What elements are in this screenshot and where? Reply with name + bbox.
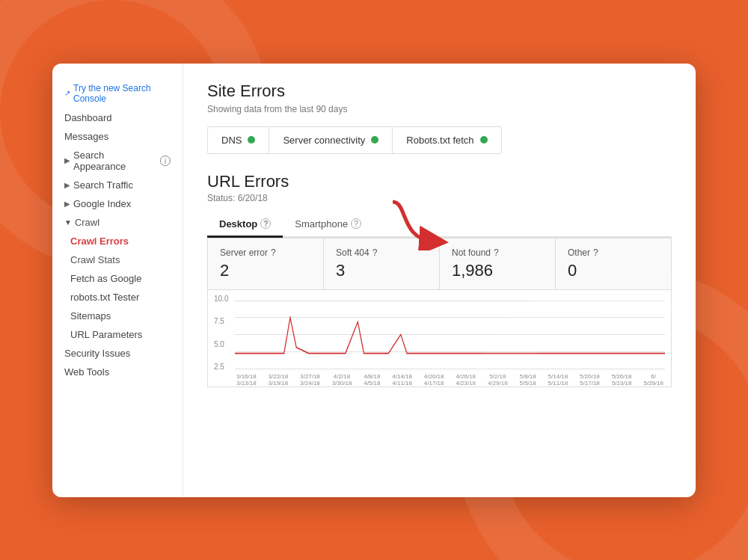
stat-other[interactable]: Other ? 0: [556, 239, 671, 289]
site-errors-row: DNS Server connectivity Robots.txt fetch: [207, 126, 672, 154]
other-help-icon[interactable]: ?: [593, 247, 598, 258]
chart-area: 10.0 7.5 5.0 2.5: [207, 290, 672, 387]
stat-server-error-label: Server error ?: [220, 247, 311, 258]
sidebar-item-search-appearance[interactable]: ▶ Search Appearance i: [52, 146, 183, 176]
tab-smartphone[interactable]: Smartphone ?: [283, 212, 373, 238]
server-connectivity-label: Server connectivity: [283, 135, 365, 146]
tab-desktop-label: Desktop: [219, 218, 257, 230]
y-label-2-5: 2.5: [214, 363, 228, 371]
main-content: Site Errors Showing data from the last 9…: [183, 64, 696, 497]
x-label-14: 6/ 5/29/18: [643, 373, 663, 387]
stats-row: Server error ? 2 Soft 404 ? 3 Not found …: [207, 238, 672, 290]
stat-soft-404[interactable]: Soft 404 ? 3: [324, 239, 440, 289]
grid-line-5: [235, 369, 665, 369]
external-link-icon: ↗: [64, 89, 70, 97]
x-label-3: 3/27/18 3/24/18: [300, 373, 320, 387]
x-label-1: 3/16/18 3/13/18: [236, 373, 257, 387]
y-label-5: 5.0: [214, 340, 228, 348]
sidebar-item-messages[interactable]: Messages: [52, 127, 183, 146]
tab-smartphone-label: Smartphone: [295, 218, 348, 230]
x-label-10: 5/8/18 5/5/18: [519, 373, 536, 387]
sidebar-new-console-link[interactable]: ↗ Try the new Search Console: [52, 79, 183, 108]
expand-arrow-icon: ▶: [64, 181, 70, 189]
sidebar-item-robots-txt-tester[interactable]: robots.txt Tester: [52, 288, 183, 307]
stat-soft-404-value: 3: [336, 261, 427, 280]
x-label-7: 4/20/18 4/17/18: [424, 373, 444, 387]
y-label-7-5: 7.5: [214, 317, 228, 325]
site-error-server-connectivity[interactable]: Server connectivity: [269, 126, 392, 154]
site-error-robots-txt-fetch[interactable]: Robots.txt fetch: [392, 126, 501, 154]
x-label-6: 4/14/18 4/11/18: [392, 373, 412, 387]
server-connectivity-status-icon: [371, 136, 378, 144]
y-label-10: 10.0: [214, 295, 228, 303]
expand-arrow-icon: ▶: [64, 200, 70, 208]
site-error-dns[interactable]: DNS: [207, 126, 269, 154]
robots-txt-fetch-label: Robots.txt fetch: [406, 135, 473, 146]
x-label-9: 5/2/18 4/29/18: [488, 373, 508, 387]
x-label-13: 5/26/18 5/23/18: [612, 373, 632, 387]
desktop-help-icon[interactable]: ?: [260, 218, 271, 229]
sidebar-item-crawl[interactable]: ▼ Crawl: [52, 213, 183, 232]
x-label-2: 3/22/18 3/19/18: [269, 373, 289, 387]
url-errors-tabs: Desktop ? Smartphone ?: [207, 212, 672, 238]
sidebar-new-console-label: Try the new Search Console: [73, 83, 171, 104]
sidebar-item-crawl-errors[interactable]: Crawl Errors: [52, 232, 183, 250]
tab-desktop[interactable]: Desktop ?: [207, 212, 283, 238]
sidebar-item-crawl-stats[interactable]: Crawl Stats: [52, 250, 183, 269]
url-errors-title: URL Errors: [207, 172, 672, 191]
x-label-5: 4/8/18 4/5/18: [364, 373, 380, 387]
dns-status-icon: [248, 136, 255, 144]
chart-svg: [235, 301, 665, 369]
stat-not-found[interactable]: Not found ? 1,986: [440, 239, 556, 289]
x-label-8: 4/26/18 4/23/18: [456, 373, 476, 387]
chart-y-labels: 10.0 7.5 5.0 2.5: [214, 290, 228, 387]
x-labels: 3/16/18 3/13/18 3/22/18 3/19/18 3/27/18 …: [235, 373, 665, 387]
sidebar-item-google-index[interactable]: ▶ Google Index: [52, 194, 183, 213]
stat-soft-404-label: Soft 404 ?: [336, 247, 427, 258]
stat-not-found-label: Not found ?: [452, 247, 543, 258]
not-found-help-icon[interactable]: ?: [494, 247, 499, 258]
dns-label: DNS: [221, 135, 242, 146]
robots-txt-status-icon: [480, 136, 488, 144]
sidebar-item-dashboard[interactable]: Dashboard: [52, 108, 183, 127]
main-window: ↗ Try the new Search Console Dashboard M…: [52, 64, 696, 497]
x-label-11: 5/14/18 5/11/18: [548, 373, 568, 387]
sidebar-item-url-parameters[interactable]: URL Parameters: [52, 325, 183, 344]
sidebar-item-search-traffic[interactable]: ▶ Search Traffic: [52, 176, 183, 194]
sidebar-item-security-issues[interactable]: Security Issues: [52, 344, 183, 363]
expand-arrow-icon: ▶: [64, 156, 70, 164]
info-icon: i: [160, 156, 171, 166]
soft-404-help-icon[interactable]: ?: [373, 247, 378, 258]
stat-server-error[interactable]: Server error ? 2: [208, 239, 324, 289]
smartphone-help-icon[interactable]: ?: [351, 218, 361, 229]
sidebar-item-sitemaps[interactable]: Sitemaps: [52, 307, 183, 325]
stat-not-found-value: 1,986: [452, 261, 543, 280]
sidebar-item-fetch-as-google[interactable]: Fetch as Google: [52, 269, 183, 288]
sidebar-item-web-tools[interactable]: Web Tools: [52, 363, 183, 381]
sidebar: ↗ Try the new Search Console Dashboard M…: [52, 64, 183, 497]
site-errors-title: Site Errors: [207, 81, 672, 101]
x-label-4: 4/2/18 3/30/18: [332, 373, 352, 387]
stat-other-label: Other ?: [568, 247, 659, 258]
stat-server-error-value: 2: [220, 261, 311, 280]
x-label-12: 5/20/18 5/17/18: [580, 373, 600, 387]
stat-other-value: 0: [568, 261, 659, 280]
site-errors-subtitle: Showing data from the last 90 days: [207, 104, 672, 114]
chart-inner: 3/16/18 3/13/18 3/22/18 3/19/18 3/27/18 …: [235, 296, 665, 387]
collapse-arrow-icon: ▼: [64, 218, 72, 227]
url-errors-status: Status: 6/20/18: [207, 193, 672, 203]
server-error-help-icon[interactable]: ?: [271, 247, 276, 258]
